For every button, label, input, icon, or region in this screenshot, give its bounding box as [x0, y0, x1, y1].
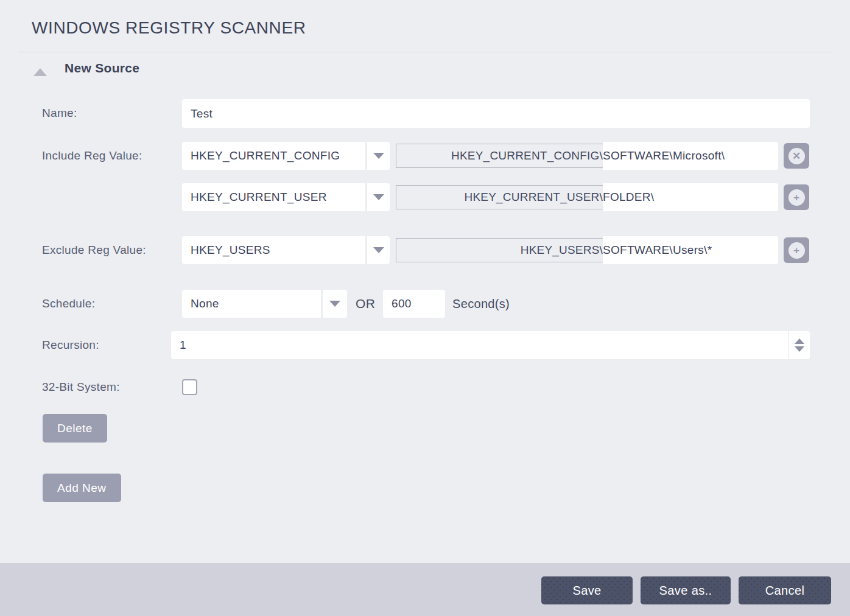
collapse-section-icon[interactable] — [33, 68, 47, 76]
or-label: OR — [356, 290, 375, 318]
spacer — [390, 183, 396, 211]
include-path-prefix-2: HKEY_CURRENT_USER\ — [396, 185, 603, 209]
include-hive-select-1[interactable]: HKEY_CURRENT_CONFIG — [182, 142, 390, 170]
schedule-label: Schedule: — [42, 290, 95, 318]
save-button[interactable]: Save — [541, 576, 633, 604]
include-hive-arrow-box-2[interactable] — [367, 183, 390, 211]
recursion-stepper[interactable] — [788, 331, 810, 359]
recursion-input[interactable] — [171, 331, 788, 359]
plus-icon: + — [789, 242, 805, 259]
spacer — [390, 236, 396, 264]
exclude-hive-arrow-box-1[interactable] — [367, 236, 390, 264]
include-path-input-1[interactable] — [603, 142, 778, 170]
exclude-hive-select-1[interactable]: HKEY_USERS — [182, 236, 390, 264]
recursion-row — [171, 331, 810, 359]
section-title: New Source — [65, 61, 139, 75]
exclude-path-prefix-1: HKEY_USERS\ — [396, 238, 603, 262]
name-label: Name: — [42, 99, 77, 127]
add-include-row-button[interactable]: + — [784, 184, 809, 210]
chevron-down-icon — [373, 247, 384, 253]
delete-button[interactable]: Delete — [43, 414, 107, 443]
add-new-button[interactable]: Add New — [43, 474, 121, 502]
bit32-checkbox[interactable] — [182, 379, 197, 395]
include-hive-arrow-box-1[interactable] — [367, 142, 390, 170]
seconds-label: Second(s) — [452, 290, 510, 318]
include-path-input-2[interactable] — [603, 183, 778, 211]
include-hive-select-2[interactable]: HKEY_CURRENT_USER — [182, 183, 390, 211]
recursion-label: Recursion: — [42, 331, 99, 359]
include-reg-value-label: Include Reg Value: — [42, 142, 142, 170]
include-row-2: HKEY_CURRENT_USER HKEY_CURRENT_USER\ + — [182, 183, 809, 211]
page-title: WINDOWS REGISTRY SCANNER — [32, 18, 306, 38]
bit32-label: 32-Bit System: — [42, 373, 120, 401]
name-input[interactable] — [182, 99, 810, 128]
remove-include-row-button[interactable]: ✕ — [784, 143, 809, 169]
plus-icon: + — [789, 189, 805, 206]
add-exclude-row-button[interactable]: + — [784, 237, 809, 263]
schedule-row: None OR Second(s) — [182, 290, 510, 318]
include-hive-value-1: HKEY_CURRENT_CONFIG — [182, 142, 365, 170]
schedule-select[interactable]: None — [182, 290, 347, 318]
stepper-down-icon[interactable] — [795, 346, 804, 352]
schedule-arrow-box[interactable] — [323, 290, 347, 318]
header-divider — [18, 52, 833, 52]
schedule-seconds-input[interactable] — [383, 290, 445, 318]
save-as-button[interactable]: Save as.. — [641, 576, 731, 604]
chevron-down-icon — [373, 153, 384, 159]
windows-registry-scanner-panel: WINDOWS REGISTRY SCANNER New Source Name… — [0, 0, 850, 616]
include-row-1: HKEY_CURRENT_CONFIG HKEY_CURRENT_CONFIG\… — [182, 142, 809, 170]
exclude-reg-value-label: Exclude Reg Value: — [42, 236, 146, 264]
stepper-up-icon[interactable] — [795, 338, 804, 344]
remove-icon: ✕ — [789, 148, 805, 164]
schedule-selected-value: None — [182, 290, 321, 318]
include-path-prefix-1: HKEY_CURRENT_CONFIG\ — [396, 144, 603, 168]
chevron-down-icon — [373, 194, 384, 200]
spacer — [390, 142, 396, 170]
include-hive-value-2: HKEY_CURRENT_USER — [182, 183, 365, 211]
chevron-down-icon — [329, 301, 340, 307]
exclude-hive-value-1: HKEY_USERS — [182, 236, 365, 264]
exclude-row-1: HKEY_USERS HKEY_USERS\ + — [182, 236, 809, 264]
footer-bar: Save Save as.. Cancel — [0, 563, 850, 616]
exclude-path-input-1[interactable] — [603, 236, 778, 264]
cancel-button[interactable]: Cancel — [739, 576, 831, 604]
